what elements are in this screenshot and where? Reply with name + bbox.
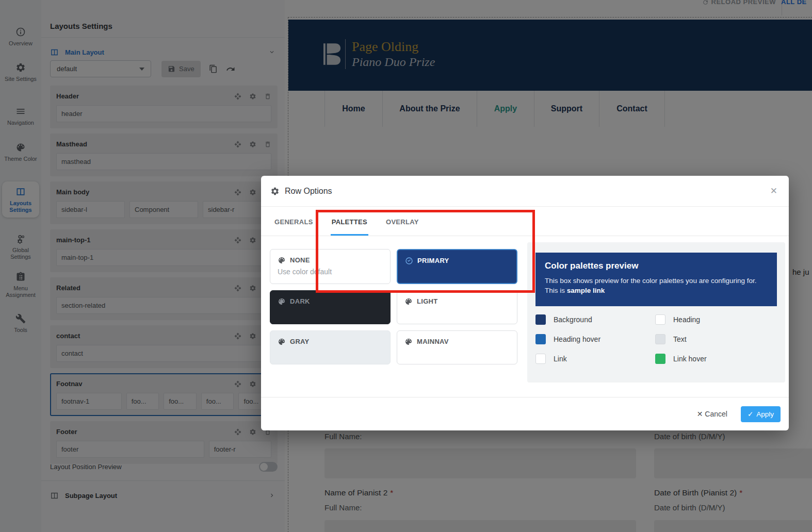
palette-preview-panel: Color palettes preview This box shows pr… [527,242,785,383]
swatch-grid: BackgroundHeadingHeading hoverTextLinkLi… [535,314,775,364]
palette-card-label: NONE [290,256,310,264]
swatch-row-background: Background [535,314,655,325]
modal-tabs: GENERALSPALETTESOVERLAY [261,207,789,236]
swatch-row-link-hover: Link hover [655,354,775,364]
palette-card-label: LIGHT [417,297,438,305]
tab-overlay[interactable]: OVERLAY [385,218,420,236]
palette-card-label: GRAY [290,338,310,345]
swatch-row-text: Text [655,334,775,344]
swatch-row-heading: Heading [655,314,775,325]
palette-card-mainnav[interactable]: MAINNAV [397,330,517,364]
modal-title: Row Options [285,187,332,196]
palette-card-description: Use color default [278,268,383,276]
color-swatch [535,354,546,364]
palette-card-none[interactable]: NONEUse color default [270,249,391,284]
palette-icon [278,297,286,306]
swatch-label: Heading hover [554,335,600,343]
color-swatch [655,334,665,344]
palette-card-gray[interactable]: GRAY [270,330,391,364]
cancel-button[interactable]: ✕ Cancel [697,410,727,418]
color-swatch [655,314,665,325]
palette-preview-title: Color palettes preview [545,261,768,271]
swatch-row-link: Link [535,354,655,364]
tab-palettes[interactable]: PALETTES [331,218,368,236]
modal-header: Row Options ✕ [261,176,789,207]
close-icon[interactable]: ✕ [768,184,779,198]
palette-card-label: DARK [290,297,310,305]
palette-icon [404,297,413,306]
gear-icon [270,187,280,196]
color-swatch [535,314,546,325]
tab-generals[interactable]: GENERALS [273,218,314,236]
apply-button[interactable]: ✓Apply [741,406,781,422]
row-options-modal: Row Options ✕ GENERALSPALETTESOVERLAY NO… [261,176,789,430]
palette-card-light[interactable]: LIGHT [397,290,517,324]
swatch-label: Link hover [673,355,707,363]
modal-content: NONEUse color defaultPRIMARYDARKLIGHTGRA… [261,236,789,397]
swatch-label: Heading [673,315,700,324]
swatch-label: Link [554,355,567,363]
swatch-label: Background [554,315,592,324]
color-swatch [535,334,546,344]
palette-icon [404,337,413,346]
palette-icon [278,256,286,264]
palette-grid: NONEUse color defaultPRIMARYDARKLIGHTGRA… [270,249,517,364]
palette-card-dark[interactable]: DARK [270,290,391,324]
sample-link[interactable]: sample link [567,287,605,294]
swatch-label: Text [673,335,687,343]
check-circle-icon [405,256,413,265]
palette-card-primary[interactable]: PRIMARY [397,249,517,284]
palette-card-label: PRIMARY [417,257,449,264]
modal-footer: ✕ Cancel ✓Apply [261,397,789,430]
palette-preview-box: Color palettes preview This box shows pr… [535,253,777,306]
palette-preview-text: This box shows preview for the color pal… [545,276,767,295]
color-swatch [655,354,665,364]
palette-icon [278,337,286,346]
swatch-row-heading-hover: Heading hover [535,334,655,344]
palette-card-label: MAINNAV [417,338,449,345]
